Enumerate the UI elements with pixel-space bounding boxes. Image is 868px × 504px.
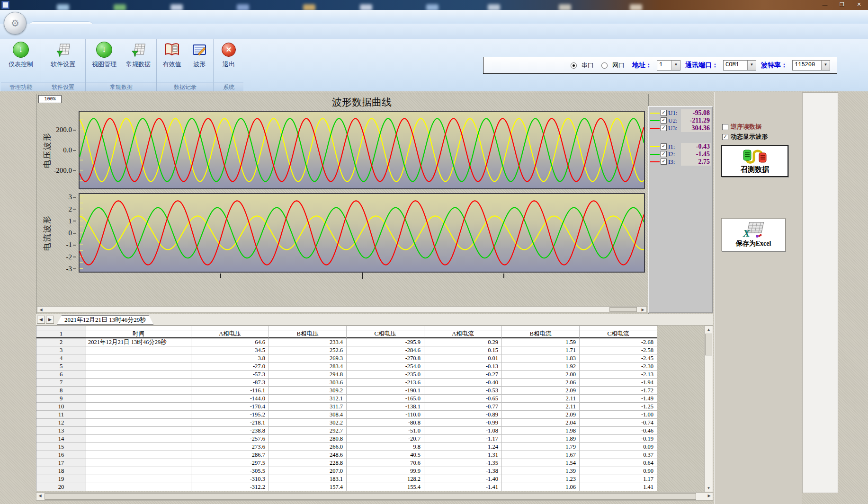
value-cell[interactable]: -238.8 [191,427,269,435]
value-cell[interactable]: 1.67 [502,451,580,459]
time-cell[interactable] [86,363,191,371]
value-cell[interactable]: -2.68 [580,338,657,346]
value-cell[interactable]: 233.4 [269,338,347,346]
row-number[interactable]: 4 [36,354,86,363]
value-cell[interactable]: 0.37 [580,451,657,459]
value-cell[interactable]: -0.99 [424,419,502,427]
value-cell[interactable]: 183.1 [269,475,347,483]
column-header[interactable]: B相电压 [269,330,347,338]
value-cell[interactable]: 2.06 [502,379,580,387]
value-cell[interactable]: -1.41 [424,483,502,491]
value-cell[interactable]: -116.1 [191,387,269,395]
sheet-next-icon[interactable]: ▶ [46,316,54,324]
row-number[interactable]: 9 [36,395,86,403]
row-number[interactable]: 16 [36,451,86,459]
app-menu-button[interactable]: ⚙ [4,12,27,35]
sheet-prev-icon[interactable]: ◀ [37,316,45,324]
value-cell[interactable]: 266.0 [269,443,347,451]
time-cell[interactable] [86,419,191,427]
value-cell[interactable]: 311.7 [269,403,347,411]
time-cell[interactable] [86,483,191,491]
dynamic-display-checkbox[interactable]: ✓ [722,134,728,140]
value-cell[interactable]: 157.4 [269,483,347,491]
value-cell[interactable]: -2.45 [580,354,657,363]
value-cell[interactable]: -1.24 [424,443,502,451]
scroll-down-icon[interactable]: ▼ [705,485,713,492]
value-cell[interactable]: -1.31 [424,451,502,459]
row-number[interactable]: 2 [36,338,86,346]
value-cell[interactable]: 1.71 [502,346,580,354]
value-cell[interactable]: 64.6 [191,338,269,346]
time-cell[interactable] [86,403,191,411]
value-cell[interactable]: 207.0 [269,467,347,475]
value-cell[interactable]: 294.8 [269,371,347,379]
value-cell[interactable]: 40.5 [347,451,424,459]
value-cell[interactable]: -1.94 [580,379,657,387]
value-cell[interactable]: -2.13 [580,371,657,379]
value-cell[interactable]: 3.8 [191,354,269,363]
value-cell[interactable]: -0.89 [424,411,502,419]
value-cell[interactable]: -2.30 [580,363,657,371]
time-cell[interactable] [86,467,191,475]
value-cell[interactable]: 1.54 [502,459,580,467]
value-cell[interactable]: -284.6 [347,346,424,354]
table-vertical-scrollbar[interactable]: ▲ ▼ [704,326,713,492]
time-cell[interactable] [86,354,191,363]
value-cell[interactable]: 9.8 [347,443,424,451]
value-cell[interactable]: 0.90 [580,467,657,475]
value-cell[interactable]: 1.92 [502,363,580,371]
value-cell[interactable]: -0.27 [424,371,502,379]
value-cell[interactable]: 308.4 [269,411,347,419]
value-cell[interactable]: -138.1 [347,403,424,411]
value-cell[interactable]: -1.00 [580,411,657,419]
value-cell[interactable]: 2.09 [502,387,580,395]
value-cell[interactable]: -0.13 [424,363,502,371]
value-cell[interactable]: -0.74 [580,419,657,427]
column-header[interactable]: A相电压 [191,330,269,338]
value-cell[interactable]: 99.9 [347,467,424,475]
button-view-management[interactable]: ↓ 视图管理 [88,42,121,69]
value-cell[interactable]: 1.17 [580,475,657,483]
value-cell[interactable]: -195.2 [191,411,269,419]
value-cell[interactable]: -1.72 [580,387,657,395]
value-cell[interactable]: -295.9 [347,338,424,346]
value-cell[interactable]: -286.7 [191,451,269,459]
value-cell[interactable]: -312.2 [191,483,269,491]
row-number[interactable]: 12 [36,419,86,427]
scroll-thumb[interactable] [45,493,696,500]
time-cell[interactable] [86,427,191,435]
value-cell[interactable]: -0.77 [424,403,502,411]
value-cell[interactable]: -1.35 [424,459,502,467]
button-regular-data[interactable]: 常规数据 [122,42,155,69]
value-cell[interactable]: -270.8 [347,354,424,363]
value-cell[interactable]: 1.79 [502,443,580,451]
row-number[interactable]: 1 [36,330,86,338]
value-cell[interactable]: 303.6 [269,379,347,387]
value-cell[interactable]: -144.0 [191,395,269,403]
value-cell[interactable]: -1.25 [580,403,657,411]
serial-radio[interactable] [571,62,577,69]
value-cell[interactable]: 1.41 [580,483,657,491]
value-cell[interactable]: 0.01 [424,354,502,363]
value-cell[interactable]: -0.46 [580,427,657,435]
value-cell[interactable]: 309.2 [269,387,347,395]
scroll-right-icon[interactable]: ▶ [639,307,646,312]
address-select[interactable]: 1 ▼ [657,60,680,71]
value-cell[interactable]: -0.53 [424,387,502,395]
legend-checkbox[interactable]: ✓ [661,159,667,165]
scroll-thumb[interactable] [705,334,712,355]
value-cell[interactable]: 0.29 [424,338,502,346]
value-cell[interactable]: 1.23 [502,475,580,483]
value-cell[interactable]: 2.09 [502,411,580,419]
button-waveform[interactable]: 波形 [187,42,212,69]
time-cell[interactable] [86,346,191,354]
chevron-down-icon[interactable]: ▼ [671,61,680,70]
app-taskbar-icon[interactable] [1,1,9,9]
legend-checkbox[interactable]: ✓ [661,151,667,157]
value-cell[interactable]: 2.04 [502,419,580,427]
fetch-data-button[interactable]: 召测数据 [721,145,788,177]
chevron-down-icon[interactable]: ▼ [821,61,830,70]
value-cell[interactable]: -1.40 [424,475,502,483]
row-number[interactable]: 20 [36,483,86,491]
scroll-right-icon[interactable]: ▶ [706,493,713,500]
